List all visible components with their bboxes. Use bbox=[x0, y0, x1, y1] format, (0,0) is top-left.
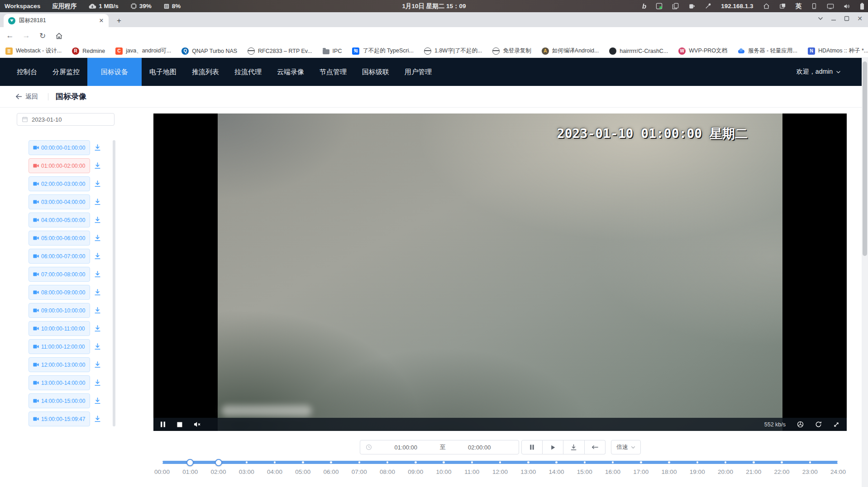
applications-menu[interactable]: 应用程序 bbox=[52, 2, 76, 10]
segment-button[interactable]: 15:00:00-15:09:47 bbox=[29, 411, 90, 426]
caffeine-cup-indicator-icon[interactable] bbox=[688, 3, 695, 9]
phone-link-icon[interactable] bbox=[811, 3, 817, 9]
range-end-value[interactable]: 02:00:00 bbox=[446, 444, 514, 451]
nav-tab-10[interactable]: 用户管理 bbox=[397, 58, 439, 86]
time-range-picker[interactable]: 01:00:00 至 02:00:00 bbox=[360, 440, 519, 454]
nav-tab-9[interactable]: 国标级联 bbox=[354, 58, 397, 86]
video-player[interactable]: 2023-01-10 01:00:00 星期二 552 kb/s bbox=[153, 113, 847, 431]
segment-download-icon[interactable] bbox=[94, 361, 101, 369]
sidebar-scrollbar[interactable] bbox=[113, 140, 115, 426]
segment-button[interactable]: 10:00:00-11:00:00 bbox=[29, 321, 90, 336]
home-button[interactable] bbox=[53, 30, 64, 41]
memory-usage-indicator[interactable]: 8% bbox=[163, 3, 181, 9]
bookmark-item[interactable]: 免登录复制 bbox=[492, 47, 531, 55]
browser-tab[interactable]: 国标28181 ✕ bbox=[4, 14, 109, 27]
bookmark-item[interactable]: A如何编译Android... bbox=[542, 47, 599, 55]
segment-button[interactable]: 06:00:00-07:00:00 bbox=[29, 249, 90, 264]
nav-tab-2[interactable]: 分屏监控 bbox=[45, 58, 87, 86]
segment-button[interactable]: 12:00:00-13:00:00 bbox=[29, 357, 90, 372]
segment-download-icon[interactable] bbox=[94, 415, 101, 423]
new-tab-button[interactable]: + bbox=[114, 16, 124, 26]
segment-download-icon[interactable] bbox=[94, 252, 101, 260]
app-window-indicator-icon[interactable] bbox=[656, 3, 663, 9]
segment-button[interactable]: 14:00:00-15:00:00 bbox=[29, 393, 90, 408]
segment-button[interactable]: 13:00:00-14:00:00 bbox=[29, 375, 90, 390]
reload-button[interactable]: ↻ bbox=[37, 30, 48, 41]
segment-button[interactable]: 01:00:00-02:00:00 bbox=[29, 158, 90, 173]
fullscreen-button[interactable] bbox=[833, 421, 839, 428]
player-volume-muted-icon[interactable] bbox=[194, 421, 201, 427]
color-picker-indicator-icon[interactable] bbox=[705, 3, 711, 9]
nav-tab-8[interactable]: 节点管理 bbox=[312, 58, 354, 86]
app-indicator-b-icon[interactable]: b bbox=[642, 2, 646, 10]
page-scrollbar[interactable] bbox=[862, 58, 868, 487]
segment-button[interactable]: 03:00:00-04:00:00 bbox=[29, 194, 90, 209]
page-scrollbar-thumb[interactable] bbox=[863, 61, 867, 256]
segment-button[interactable]: 07:00:00-08:00:00 bbox=[29, 267, 90, 282]
nav-tab-7[interactable]: 云端录像 bbox=[269, 58, 312, 86]
timeline-handle[interactable] bbox=[215, 459, 222, 466]
back-button[interactable]: ← bbox=[5, 30, 15, 41]
bookmark-item[interactable]: 1.8W字|了不起的... bbox=[424, 47, 482, 55]
bookmark-item[interactable]: RFC2833 – RTP Ev... bbox=[248, 47, 312, 55]
bookmark-item[interactable]: ≣Webstack - 设计... bbox=[5, 47, 62, 55]
volume-indicator-icon[interactable] bbox=[844, 3, 850, 9]
tab-search-chevron-icon[interactable] bbox=[818, 17, 823, 20]
back-link[interactable]: 返回 bbox=[15, 93, 38, 101]
play-button[interactable] bbox=[543, 440, 564, 454]
segment-download-icon[interactable] bbox=[94, 144, 101, 151]
bookmark-item[interactable]: Cjava、android可... bbox=[115, 47, 171, 55]
window-maximize-icon[interactable] bbox=[844, 16, 849, 21]
segment-download-icon[interactable] bbox=[94, 162, 101, 170]
segment-download-icon[interactable] bbox=[94, 397, 101, 405]
segment-button[interactable]: 05:00:00-06:00:00 bbox=[29, 231, 90, 246]
segment-button[interactable]: 08:00:00-09:00:00 bbox=[29, 285, 90, 300]
display-settings-icon[interactable] bbox=[827, 3, 834, 9]
bookmark-item[interactable]: NHDAtmos :: 种子 *... bbox=[808, 47, 868, 55]
clock-label[interactable]: 1月10日 星期二 15：09 bbox=[402, 2, 466, 10]
bookmark-item[interactable]: 知了不起的 TypeScri... bbox=[352, 47, 414, 55]
workspace-switcher-icon[interactable] bbox=[779, 3, 786, 9]
input-language-indicator[interactable]: 英 bbox=[796, 2, 802, 10]
segment-button[interactable]: 04:00:00-05:00:00 bbox=[29, 213, 90, 227]
seek-back-button[interactable] bbox=[585, 440, 606, 454]
snapshot-shutter-button[interactable] bbox=[797, 421, 804, 428]
window-close-icon[interactable]: ✕ bbox=[857, 15, 863, 22]
speed-dropdown[interactable]: 倍速 bbox=[611, 440, 641, 454]
segment-download-icon[interactable] bbox=[94, 234, 101, 242]
clipboard-indicator-icon[interactable] bbox=[672, 3, 679, 9]
segment-download-icon[interactable] bbox=[94, 325, 101, 332]
segment-download-icon[interactable] bbox=[94, 307, 101, 314]
bookmark-item[interactable]: RRedmine bbox=[72, 47, 105, 55]
ip-address-label[interactable]: 192.168.1.3 bbox=[721, 3, 753, 9]
nav-tab-5[interactable]: 推流列表 bbox=[184, 58, 227, 86]
player-stop-button[interactable] bbox=[177, 422, 182, 427]
timeline-handle[interactable] bbox=[186, 459, 194, 466]
nav-tab-3[interactable]: 国标设备 bbox=[87, 58, 142, 86]
segment-download-icon[interactable] bbox=[94, 379, 101, 387]
segment-button[interactable]: 00:00:00-01:00:00 bbox=[29, 140, 90, 155]
nav-tab-1[interactable]: 控制台 bbox=[9, 58, 45, 86]
forward-button[interactable]: → bbox=[21, 30, 32, 41]
segment-download-icon[interactable] bbox=[94, 180, 101, 188]
cpu-usage-indicator[interactable]: 39% bbox=[130, 3, 152, 9]
range-start-value[interactable]: 01:00:00 bbox=[372, 444, 440, 451]
home-indicator-icon[interactable] bbox=[763, 3, 770, 9]
segment-download-icon[interactable] bbox=[94, 270, 101, 278]
bookmark-item[interactable]: WWVP-PRO文档 bbox=[678, 47, 727, 55]
download-button[interactable] bbox=[563, 440, 585, 454]
segment-download-icon[interactable] bbox=[94, 288, 101, 296]
bookmark-item[interactable]: QQNAP Turbo NAS bbox=[181, 47, 237, 55]
player-refresh-button[interactable] bbox=[815, 421, 822, 428]
user-menu[interactable]: 欢迎，admin bbox=[796, 58, 841, 86]
tab-close-icon[interactable]: ✕ bbox=[98, 17, 105, 24]
nav-tab-4[interactable]: 电子地图 bbox=[142, 58, 184, 86]
segment-download-icon[interactable] bbox=[94, 343, 101, 350]
segment-download-icon[interactable] bbox=[94, 216, 101, 224]
bookmark-item[interactable]: 服务器 - 轻量应用... bbox=[738, 47, 797, 55]
bookmark-item[interactable]: hairrrrr/C-CrashC... bbox=[609, 47, 668, 55]
window-minimize-icon[interactable] bbox=[831, 16, 836, 21]
bookmark-item[interactable]: IPC bbox=[323, 47, 342, 54]
segment-download-icon[interactable] bbox=[94, 198, 101, 206]
segment-button[interactable]: 09:00:00-10:00:00 bbox=[29, 303, 90, 318]
